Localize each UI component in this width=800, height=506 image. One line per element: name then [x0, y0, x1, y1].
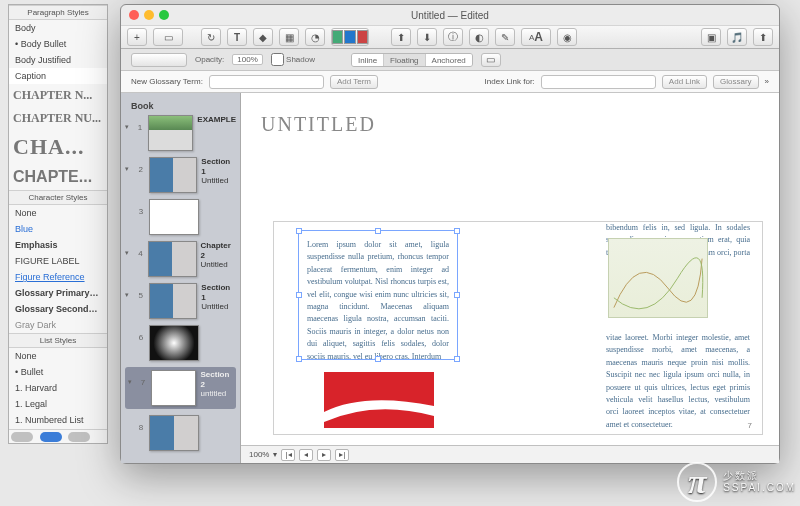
- disclosure-arrow-icon[interactable]: ▾: [125, 165, 133, 173]
- page-thumbnail[interactable]: [148, 241, 196, 277]
- publish-button[interactable]: ⬆: [753, 28, 773, 46]
- page-thumbnail-row[interactable]: ▾5Section 1Untitled: [125, 283, 236, 319]
- back-button[interactable]: ⬇: [417, 28, 437, 46]
- list-style-item[interactable]: 1. Legal: [9, 396, 107, 412]
- page-thumbnail-row[interactable]: ▾1EXAMPLE: [125, 115, 236, 151]
- image-placeholder[interactable]: [324, 372, 434, 428]
- text-box-button[interactable]: T: [227, 28, 247, 46]
- disclosure-arrow-icon[interactable]: ▾: [125, 249, 133, 257]
- page-thumbnail-row[interactable]: 8: [125, 415, 236, 451]
- page-thumbnail[interactable]: [149, 283, 198, 319]
- character-style-item[interactable]: Gray Dark: [9, 317, 107, 333]
- resize-handle[interactable]: [454, 228, 460, 234]
- character-style-item[interactable]: Glossary Primary Def...: [9, 285, 107, 301]
- page-thumbnail-row[interactable]: 6: [125, 325, 236, 361]
- page-thumbnail[interactable]: [149, 325, 199, 361]
- index-link-input[interactable]: [541, 75, 656, 89]
- front-button[interactable]: ⬆: [391, 28, 411, 46]
- image-annotation[interactable]: [608, 238, 708, 318]
- inspector-button[interactable]: ⓘ: [443, 28, 463, 46]
- add-link-button[interactable]: Add Link: [662, 75, 707, 89]
- page-thumbnail-row[interactable]: ▾2Section 1Untitled: [125, 157, 236, 193]
- zoom-button[interactable]: [159, 10, 169, 20]
- paragraph-style-item[interactable]: CHA...: [9, 130, 107, 164]
- shapes-button[interactable]: ◆: [253, 28, 273, 46]
- orientation-button[interactable]: ↻: [201, 28, 221, 46]
- resize-handle[interactable]: [375, 356, 381, 362]
- zoom-stepper-icon[interactable]: ▾: [273, 450, 277, 459]
- body-text[interactable]: vitae laoreet. Morbi integer molestie, a…: [600, 326, 756, 428]
- character-style-item[interactable]: None: [9, 205, 107, 221]
- close-button[interactable]: [129, 10, 139, 20]
- disclosure-arrow-icon[interactable]: ▾: [125, 291, 133, 299]
- alpha-button[interactable]: ✎: [495, 28, 515, 46]
- paragraph-style-item[interactable]: CHAPTER NU...: [9, 107, 107, 130]
- view-button[interactable]: ▭: [153, 28, 183, 46]
- prev-page-button[interactable]: ◂: [299, 449, 313, 461]
- next-page-button[interactable]: ▸: [317, 449, 331, 461]
- first-page-button[interactable]: |◂: [281, 449, 295, 461]
- list-style-item[interactable]: • Bullet: [9, 364, 107, 380]
- panel-pill[interactable]: [68, 432, 90, 442]
- opacity-value[interactable]: 100%: [232, 54, 262, 65]
- page-thumbnail[interactable]: [151, 370, 197, 406]
- page-thumbnail[interactable]: [148, 115, 194, 151]
- list-style-item[interactable]: 1. Numbered List: [9, 412, 107, 428]
- collapse-arrow-icon[interactable]: »: [765, 77, 769, 86]
- paragraph-style-item[interactable]: CHAPTE...: [9, 164, 107, 190]
- character-style-item[interactable]: Glossary Secondary ...: [9, 301, 107, 317]
- page-thumbnail-row[interactable]: 3: [125, 199, 236, 235]
- table-button[interactable]: ▦: [279, 28, 299, 46]
- resize-handle[interactable]: [454, 292, 460, 298]
- preview-button[interactable]: ▣: [701, 28, 721, 46]
- shadow-checkbox[interactable]: Shadow: [271, 53, 315, 66]
- selected-text-box[interactable]: Lorem ipsum dolor sit amet, ligula suspe…: [298, 230, 458, 360]
- disclosure-arrow-icon[interactable]: ▾: [128, 378, 135, 386]
- paragraph-style-item[interactable]: Body Justified: [9, 52, 107, 68]
- resize-handle[interactable]: [375, 228, 381, 234]
- resize-handle[interactable]: [296, 292, 302, 298]
- character-style-item[interactable]: Blue: [9, 221, 107, 237]
- character-style-item[interactable]: Emphasis: [9, 237, 107, 253]
- mask-button[interactable]: ◐: [469, 28, 489, 46]
- zoom-value[interactable]: 100%: [249, 450, 269, 459]
- page-thumbnail-row[interactable]: ▾4Chapter 2Untitled: [125, 241, 236, 277]
- panel-pill[interactable]: [11, 432, 33, 442]
- fonts-button[interactable]: AA: [521, 28, 551, 46]
- paragraph-style-item[interactable]: Caption: [9, 68, 107, 84]
- list-style-item[interactable]: 1. Harvard: [9, 380, 107, 396]
- wrap-segmented-control[interactable]: Inline Floating Anchored: [351, 53, 473, 67]
- resize-handle[interactable]: [296, 228, 302, 234]
- page-thumbnail[interactable]: [149, 199, 199, 235]
- character-style-item[interactable]: FIGURE LABEL: [9, 253, 107, 269]
- body-text[interactable]: Lorem ipsum dolor sit amet, ligula suspe…: [299, 231, 457, 359]
- media-button[interactable]: 🎵: [727, 28, 747, 46]
- thumbnail-label: Section 1Untitled: [201, 157, 236, 186]
- page-thumbnail[interactable]: [149, 157, 198, 193]
- page-thumbnail[interactable]: [149, 415, 199, 451]
- disclosure-arrow-icon[interactable]: ▾: [125, 123, 132, 131]
- paragraph-style-item[interactable]: CHAPTER N...: [9, 84, 107, 107]
- resize-handle[interactable]: [454, 356, 460, 362]
- page-number: 2: [137, 165, 145, 174]
- glossary-button[interactable]: Glossary: [713, 75, 759, 89]
- paragraph-style-item[interactable]: Body: [9, 20, 107, 36]
- last-page-button[interactable]: ▸|: [335, 449, 349, 461]
- style-picker[interactable]: [131, 53, 187, 67]
- resize-handle[interactable]: [296, 356, 302, 362]
- minimize-button[interactable]: [144, 10, 154, 20]
- add-button[interactable]: +: [127, 28, 147, 46]
- character-style-item[interactable]: Figure Reference: [9, 269, 107, 285]
- paragraph-style-item[interactable]: • Body Bullet: [9, 36, 107, 52]
- colors-button[interactable]: ◉: [557, 28, 577, 46]
- page-thumbnail-row[interactable]: ▾7Section 2untitled: [125, 367, 236, 409]
- glossary-term-input[interactable]: [209, 75, 324, 89]
- panel-pill-active[interactable]: [40, 432, 62, 442]
- pages-sidebar[interactable]: Book ▾1EXAMPLE▾2Section 1Untitled3▾4Chap…: [121, 93, 241, 463]
- charts-button[interactable]: ◔: [305, 28, 325, 46]
- list-style-item[interactable]: None: [9, 348, 107, 364]
- document-canvas[interactable]: UNTITLED Lorem ipsum dolor sit amet, lig…: [241, 93, 779, 463]
- add-term-button[interactable]: Add Term: [330, 75, 378, 89]
- widgets-button[interactable]: [331, 28, 369, 46]
- wrap-options-button[interactable]: ▭: [481, 53, 501, 67]
